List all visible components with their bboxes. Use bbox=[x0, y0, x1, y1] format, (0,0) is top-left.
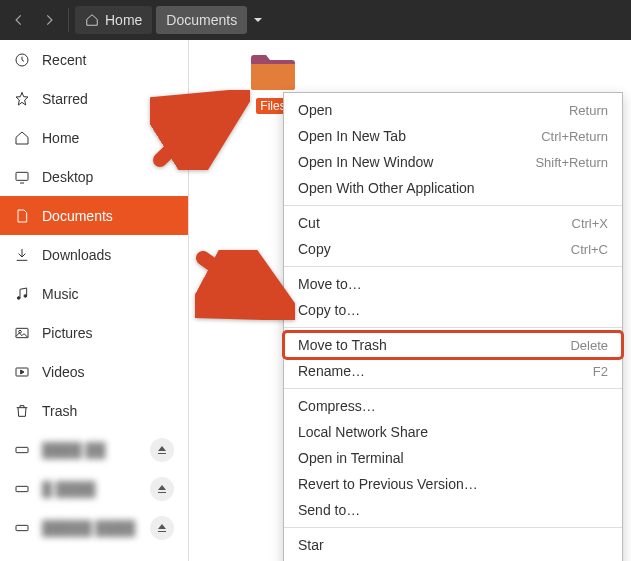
sidebar-item-label: Trash bbox=[42, 403, 77, 419]
context-menu-separator bbox=[284, 266, 622, 267]
context-menu-label: Star bbox=[298, 537, 324, 553]
context-menu-shortcut: Delete bbox=[570, 338, 608, 353]
context-menu-label: Rename… bbox=[298, 363, 365, 379]
eject-button[interactable] bbox=[150, 516, 174, 540]
context-menu-item[interactable]: Move to TrashDelete bbox=[284, 332, 622, 358]
titlebar-divider bbox=[68, 8, 69, 32]
chevron-right-icon bbox=[42, 13, 56, 27]
home-icon bbox=[85, 13, 99, 27]
sidebar-item-label: Home bbox=[42, 130, 79, 146]
sidebar-item-label: Starred bbox=[42, 91, 88, 107]
star-icon bbox=[14, 91, 30, 107]
context-menu-label: Open In New Tab bbox=[298, 128, 406, 144]
sidebar-item-label: Desktop bbox=[42, 169, 93, 185]
sidebar-item-label: Downloads bbox=[42, 247, 111, 263]
home-icon bbox=[14, 130, 30, 146]
sidebar-item-trash[interactable]: Trash bbox=[0, 391, 188, 430]
eject-button[interactable] bbox=[150, 438, 174, 462]
sidebar-item-downloads[interactable]: Downloads bbox=[0, 235, 188, 274]
context-menu-label: Revert to Previous Version… bbox=[298, 476, 478, 492]
eject-icon bbox=[157, 484, 167, 494]
desktop-icon bbox=[14, 169, 30, 185]
svg-rect-8 bbox=[16, 486, 28, 491]
sidebar-item-label: ████ ██ bbox=[42, 442, 105, 458]
context-menu-label: Move to Trash bbox=[298, 337, 387, 353]
sidebar-item-label: Music bbox=[42, 286, 79, 302]
eject-button[interactable] bbox=[150, 477, 174, 501]
eject-icon bbox=[157, 445, 167, 455]
context-menu-label: Open in Terminal bbox=[298, 450, 404, 466]
context-menu-label: Cut bbox=[298, 215, 320, 231]
sidebar-item-recent[interactable]: Recent bbox=[0, 40, 188, 79]
context-menu-label: Compress… bbox=[298, 398, 376, 414]
sidebar-item-home[interactable]: Home bbox=[0, 118, 188, 157]
sidebar-item-documents[interactable]: Documents bbox=[0, 196, 188, 235]
sidebar: Recent Starred Home Desktop Documents Do… bbox=[0, 40, 189, 561]
context-menu-separator bbox=[284, 388, 622, 389]
svg-rect-7 bbox=[16, 447, 28, 452]
context-menu-label: Open bbox=[298, 102, 332, 118]
context-menu-shortcut: Shift+Return bbox=[535, 155, 608, 170]
breadcrumb-home[interactable]: Home bbox=[75, 6, 152, 34]
context-menu-shortcut: Ctrl+X bbox=[572, 216, 608, 231]
context-menu-item[interactable]: Copy to… bbox=[284, 297, 622, 323]
documents-icon bbox=[14, 208, 30, 224]
drive-icon bbox=[14, 442, 30, 458]
context-menu-item[interactable]: Open In New TabCtrl+Return bbox=[284, 123, 622, 149]
svg-rect-1 bbox=[16, 172, 28, 180]
context-menu: OpenReturnOpen In New TabCtrl+ReturnOpen… bbox=[283, 92, 623, 561]
music-icon bbox=[14, 286, 30, 302]
sidebar-item-pictures[interactable]: Pictures bbox=[0, 313, 188, 352]
sidebar-item-music[interactable]: Music bbox=[0, 274, 188, 313]
drive-icon bbox=[14, 520, 30, 536]
chevron-left-icon bbox=[12, 13, 26, 27]
trash-icon bbox=[14, 403, 30, 419]
sidebar-item-drive[interactable]: ████ ██ bbox=[0, 430, 188, 469]
context-menu-label: Copy to… bbox=[298, 302, 360, 318]
breadcrumb-dropdown[interactable] bbox=[253, 11, 263, 29]
svg-rect-9 bbox=[16, 525, 28, 530]
nav-forward-button[interactable] bbox=[36, 7, 62, 33]
videos-icon bbox=[14, 364, 30, 380]
sidebar-item-label: Documents bbox=[42, 208, 113, 224]
sidebar-item-drive[interactable]: █████ ████ bbox=[0, 508, 188, 547]
context-menu-label: Send to… bbox=[298, 502, 360, 518]
context-menu-item[interactable]: Open With Other Application bbox=[284, 175, 622, 201]
context-menu-label: Open In New Window bbox=[298, 154, 433, 170]
sidebar-item-drive[interactable]: █ ████ bbox=[0, 469, 188, 508]
sidebar-item-label: Pictures bbox=[42, 325, 93, 341]
nav-back-button[interactable] bbox=[6, 7, 32, 33]
breadcrumb-current-label: Documents bbox=[166, 12, 237, 28]
clock-icon bbox=[14, 52, 30, 68]
context-menu-separator bbox=[284, 527, 622, 528]
breadcrumb-home-label: Home bbox=[105, 12, 142, 28]
eject-icon bbox=[157, 523, 167, 533]
context-menu-separator bbox=[284, 327, 622, 328]
context-menu-item[interactable]: Send to… bbox=[284, 497, 622, 523]
context-menu-item[interactable]: Open in Terminal bbox=[284, 445, 622, 471]
context-menu-shortcut: Return bbox=[569, 103, 608, 118]
context-menu-item[interactable]: Compress… bbox=[284, 393, 622, 419]
sidebar-item-label: Videos bbox=[42, 364, 85, 380]
context-menu-shortcut: F2 bbox=[593, 364, 608, 379]
context-menu-item[interactable]: Local Network Share bbox=[284, 419, 622, 445]
context-menu-label: Local Network Share bbox=[298, 424, 428, 440]
context-menu-item[interactable]: CopyCtrl+C bbox=[284, 236, 622, 262]
context-menu-item[interactable]: Rename…F2 bbox=[284, 358, 622, 384]
context-menu-shortcut: Ctrl+Return bbox=[541, 129, 608, 144]
context-menu-item[interactable]: CutCtrl+X bbox=[284, 210, 622, 236]
context-menu-item[interactable]: Open In New WindowShift+Return bbox=[284, 149, 622, 175]
sidebar-item-label: █ ████ bbox=[42, 481, 95, 497]
context-menu-item[interactable]: Revert to Previous Version… bbox=[284, 471, 622, 497]
sidebar-item-desktop[interactable]: Desktop bbox=[0, 157, 188, 196]
folder-icon bbox=[249, 50, 297, 92]
download-icon bbox=[14, 247, 30, 263]
breadcrumb-current[interactable]: Documents bbox=[156, 6, 247, 34]
context-menu-label: Move to… bbox=[298, 276, 362, 292]
sidebar-item-starred[interactable]: Starred bbox=[0, 79, 188, 118]
context-menu-item[interactable]: OpenReturn bbox=[284, 97, 622, 123]
context-menu-item[interactable]: Star bbox=[284, 532, 622, 558]
caret-down-icon bbox=[253, 15, 263, 25]
sidebar-item-videos[interactable]: Videos bbox=[0, 352, 188, 391]
context-menu-item[interactable]: Move to… bbox=[284, 271, 622, 297]
